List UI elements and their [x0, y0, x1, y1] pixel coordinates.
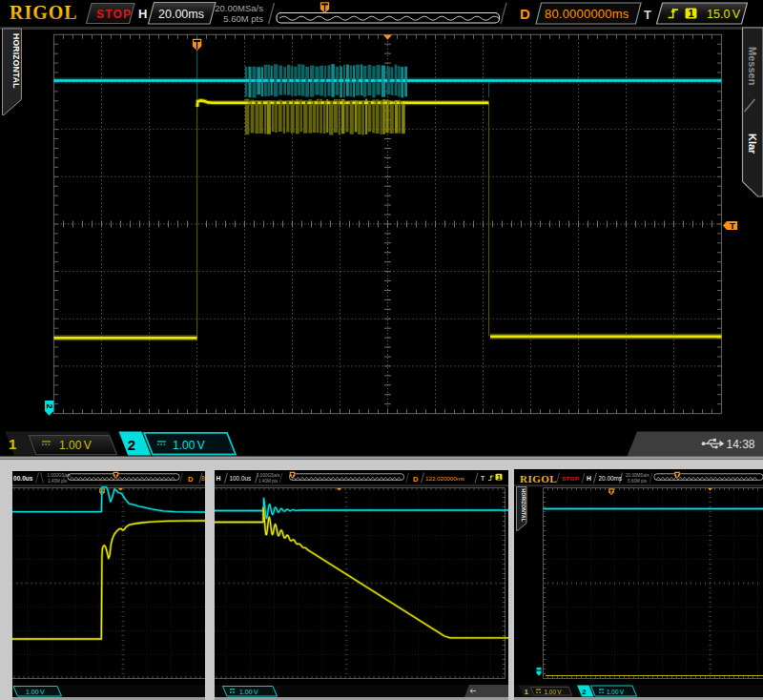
svg-text:HORIZONTAL: HORIZONTAL	[11, 33, 21, 89]
svg-text:100.0us: 100.0us	[230, 475, 252, 482]
svg-text:20.00MSa/s: 20.00MSa/s	[626, 473, 650, 478]
svg-text:Messen: Messen	[747, 47, 758, 86]
svg-text:20.00ms: 20.00ms	[599, 475, 623, 482]
svg-text:1.00 V: 1.00 V	[173, 439, 205, 452]
svg-text:1: 1	[688, 8, 693, 19]
svg-text:D: D	[188, 475, 194, 484]
svg-text:1.40M pts: 1.40M pts	[48, 479, 68, 484]
svg-text:STOP: STOP	[562, 475, 579, 482]
svg-text:5.60M pts: 5.60M pts	[223, 13, 263, 24]
svg-text:RIGOL: RIGOL	[10, 2, 78, 23]
svg-text:1.00 V: 1.00 V	[545, 689, 563, 695]
svg-text:1.40M pts: 1.40M pts	[258, 479, 278, 484]
svg-text:D: D	[413, 475, 419, 484]
svg-text:D: D	[520, 6, 530, 22]
svg-text:1.00 V: 1.00 V	[59, 439, 92, 452]
svg-text:2: 2	[582, 688, 587, 696]
svg-text:20.00MSa/s: 20.00MSa/s	[215, 3, 263, 13]
svg-text:1.00 V: 1.00 V	[607, 689, 625, 695]
svg-text:T: T	[730, 220, 735, 231]
svg-text:1.00 V: 1.00 V	[239, 689, 258, 695]
svg-text:STOP: STOP	[96, 8, 132, 21]
svg-text:1: 1	[9, 436, 16, 452]
svg-text:Klar: Klar	[747, 134, 758, 154]
svg-text:T: T	[644, 8, 651, 22]
svg-text:00.0us: 00.0us	[13, 475, 33, 482]
svg-text:2: 2	[45, 403, 54, 408]
svg-text:20.00ms: 20.00ms	[158, 8, 204, 21]
svg-text:H: H	[138, 7, 147, 21]
svg-text:80.0000000ms: 80.0000000ms	[545, 7, 629, 21]
svg-text:RIGOL: RIGOL	[520, 473, 557, 484]
svg-text:15.0 V: 15.0 V	[707, 8, 741, 21]
svg-text:1: 1	[497, 474, 501, 481]
svg-text:1: 1	[525, 688, 529, 696]
svg-text:122.020000ms: 122.020000ms	[425, 475, 464, 482]
svg-text:H: H	[217, 475, 221, 482]
svg-text:5.60M pts: 5.60M pts	[628, 479, 648, 484]
svg-text:1.00 V: 1.00 V	[26, 689, 45, 695]
svg-text:HORIZONTAL: HORIZONTAL	[521, 489, 526, 522]
svg-text:2: 2	[128, 437, 135, 453]
svg-text:80: 80	[201, 475, 205, 482]
svg-text:14:38: 14:38	[727, 438, 755, 451]
svg-text:1.000GSa/s: 1.000GSa/s	[257, 473, 280, 478]
svg-text:2: 2	[536, 669, 542, 672]
svg-text:H: H	[587, 475, 591, 482]
